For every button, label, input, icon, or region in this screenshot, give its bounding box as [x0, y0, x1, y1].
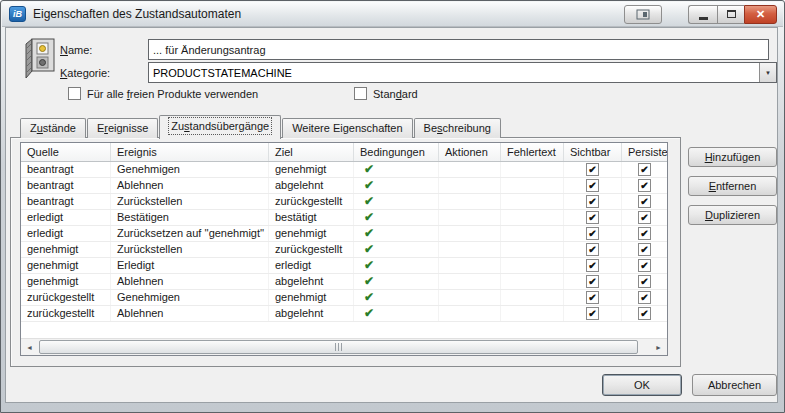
window-mode-button[interactable]	[624, 5, 662, 24]
persister-checkbox[interactable]: ✔	[638, 227, 651, 240]
cell-aktionen	[439, 242, 501, 257]
cell-bedingungen: ✔	[354, 242, 439, 257]
close-button[interactable]: ✕	[744, 5, 777, 24]
side-buttons: HinzufügenEntfernenDuplizieren	[688, 147, 777, 225]
sichtbar-checkbox[interactable]: ✔	[586, 163, 599, 176]
table-row[interactable]: genehmigtAblehnenabgelehnt✔✔✔	[21, 274, 667, 290]
cell-aktionen	[439, 226, 501, 241]
cell-quelle: zurückgestellt	[21, 290, 111, 305]
tab-zustaende[interactable]: Zustände	[20, 118, 86, 138]
persister-checkbox[interactable]: ✔	[638, 275, 651, 288]
tab-ereignisse[interactable]: Ereignisse	[87, 118, 158, 138]
cell-bedingungen: ✔	[354, 210, 439, 225]
close-icon: ✕	[756, 8, 765, 21]
column-header-persister[interactable]: Persister	[622, 143, 667, 161]
check-icon: ✔	[364, 274, 374, 288]
persister-checkbox[interactable]: ✔	[638, 291, 651, 304]
maximize-button[interactable]	[717, 5, 744, 24]
persister-checkbox[interactable]: ✔	[638, 259, 651, 272]
name-input[interactable]	[148, 39, 769, 60]
persister-checkbox[interactable]: ✔	[638, 307, 651, 320]
cell-bedingungen: ✔	[354, 226, 439, 241]
minimize-icon	[699, 17, 708, 20]
scroll-thumb[interactable]	[39, 340, 638, 354]
cell-ziel: zurückgestellt	[269, 194, 354, 209]
kategorie-dropdown-button[interactable]: ▼	[759, 63, 776, 82]
cell-sichtbar: ✔	[564, 242, 622, 257]
cell-aktionen	[439, 210, 501, 225]
cell-ziel: genehmigt	[269, 162, 354, 177]
cell-ereignis: Erledigt	[111, 258, 269, 273]
tab-beschreibung[interactable]: Beschreibung	[414, 118, 501, 138]
name-field-label: Name:	[60, 44, 92, 56]
minimize-button[interactable]	[688, 5, 717, 24]
table-row[interactable]: genehmigtZurückstellenzurückgestellt✔✔✔	[21, 242, 667, 258]
cell-aktionen	[439, 290, 501, 305]
persister-checkbox[interactable]: ✔	[638, 163, 651, 176]
sichtbar-checkbox[interactable]: ✔	[586, 179, 599, 192]
cell-ereignis: Genehmigen	[111, 162, 269, 177]
table-row[interactable]: beantragtGenehmigengenehmigt✔✔✔	[21, 162, 667, 178]
persister-checkbox[interactable]: ✔	[638, 211, 651, 224]
cell-bedingungen: ✔	[354, 178, 439, 193]
cell-ereignis: Ablehnen	[111, 306, 269, 321]
tab-zustandsuebergaenge[interactable]: Zustandsübergänge	[159, 115, 281, 139]
cell-fehlertext	[501, 178, 564, 193]
kategorie-input[interactable]	[149, 63, 759, 82]
sichtbar-checkbox[interactable]: ✔	[586, 275, 599, 288]
standard-label: Standard	[373, 88, 418, 100]
column-header-quelle[interactable]: Quelle	[21, 143, 111, 161]
cell-sichtbar: ✔	[564, 162, 622, 177]
cell-bedingungen: ✔	[354, 274, 439, 289]
duplicate-button[interactable]: Duplizieren	[688, 205, 777, 225]
kategorie-combobox[interactable]: ▼	[148, 62, 777, 83]
column-header-ereignis[interactable]: Ereignis	[111, 143, 269, 161]
remove-button[interactable]: Entfernen	[688, 176, 777, 196]
add-button[interactable]: Hinzufügen	[688, 147, 777, 167]
cell-quelle: zurückgestellt	[21, 306, 111, 321]
table-row[interactable]: beantragtZurückstellenzurückgestellt✔✔✔	[21, 194, 667, 210]
sichtbar-checkbox[interactable]: ✔	[586, 243, 599, 256]
cell-quelle: beantragt	[21, 162, 111, 177]
cell-persister: ✔	[622, 162, 667, 177]
cell-bedingungen: ✔	[354, 258, 439, 273]
caption-buttons: ✕	[688, 5, 777, 24]
column-header-sichtbar[interactable]: Sichtbar	[564, 143, 622, 161]
column-header-bedingungen[interactable]: Bedingungen	[354, 143, 439, 161]
cell-sichtbar: ✔	[564, 194, 622, 209]
ok-button[interactable]: OK	[602, 374, 682, 396]
sichtbar-checkbox[interactable]: ✔	[586, 291, 599, 304]
persister-checkbox[interactable]: ✔	[638, 243, 651, 256]
standard-checkbox[interactable]	[354, 87, 367, 100]
tab-weitere-eigenschaften[interactable]: Weitere Eigenschaften	[282, 118, 412, 138]
sichtbar-checkbox[interactable]: ✔	[586, 227, 599, 240]
table-row[interactable]: erledigtZurücksetzen auf ''genehmigt''ge…	[21, 226, 667, 242]
column-header-ziel[interactable]: Ziel	[269, 143, 354, 161]
column-header-fehlertext[interactable]: Fehlertext	[501, 143, 564, 161]
persister-checkbox[interactable]: ✔	[638, 195, 651, 208]
persister-checkbox[interactable]: ✔	[638, 179, 651, 192]
sichtbar-checkbox[interactable]: ✔	[586, 259, 599, 272]
table-row[interactable]: beantragtAblehnenabgelehnt✔✔✔	[21, 178, 667, 194]
scroll-right-button[interactable]: ►	[650, 339, 667, 355]
titlebar[interactable]: iB Eigenschaften des Zustandsautomaten ✕	[2, 2, 783, 27]
horizontal-scrollbar[interactable]: ◄ ►	[21, 338, 667, 355]
scroll-left-button[interactable]: ◄	[21, 339, 38, 355]
cell-bedingungen: ✔	[354, 290, 439, 305]
table-row[interactable]: zurückgestelltAblehnenabgelehnt✔✔✔	[21, 306, 667, 322]
cell-ziel: zurückgestellt	[269, 242, 354, 257]
table-row[interactable]: genehmigtErledigterledigt✔✔✔	[21, 258, 667, 274]
cell-fehlertext	[501, 194, 564, 209]
check-icon: ✔	[364, 306, 374, 320]
sichtbar-checkbox[interactable]: ✔	[586, 307, 599, 320]
column-header-aktionen[interactable]: Aktionen	[439, 143, 501, 161]
kategorie-label: Kategorie:	[60, 67, 110, 79]
table-row[interactable]: erledigtBestätigenbestätigt✔✔✔	[21, 210, 667, 226]
free-products-checkbox[interactable]	[68, 87, 81, 100]
sichtbar-checkbox[interactable]: ✔	[586, 195, 599, 208]
cancel-button[interactable]: Abbrechen	[692, 374, 777, 396]
cell-sichtbar: ✔	[564, 274, 622, 289]
cell-ziel: abgelehnt	[269, 274, 354, 289]
table-row[interactable]: zurückgestelltGenehmigengenehmigt✔✔✔	[21, 290, 667, 306]
sichtbar-checkbox[interactable]: ✔	[586, 211, 599, 224]
